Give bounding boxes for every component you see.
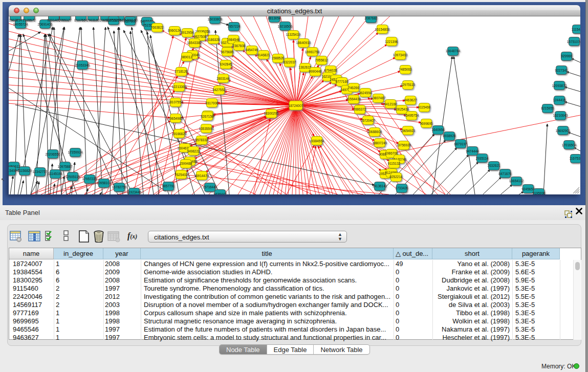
svg-text:3498222: 3498222 [187, 149, 200, 153]
svg-text:746266: 746266 [348, 86, 359, 90]
svg-text:11145194: 11145194 [48, 172, 62, 176]
svg-text:8938928: 8938928 [443, 134, 456, 138]
svg-text:1984546: 1984546 [227, 38, 240, 41]
svg-text:8322037: 8322037 [283, 60, 296, 64]
svg-text:16648784: 16648784 [446, 49, 461, 53]
svg-text:16543382: 16543382 [187, 41, 202, 45]
svg-text:20206556: 20206556 [46, 152, 60, 156]
svg-text:2718126: 2718126 [175, 70, 188, 73]
svg-text:1221396: 1221396 [385, 40, 398, 43]
svg-text:10807487: 10807487 [371, 96, 386, 100]
svg-text:6794028: 6794028 [324, 69, 337, 72]
svg-text:12975115: 12975115 [401, 83, 416, 86]
svg-text:18640910: 18640910 [296, 41, 311, 45]
svg-text:20691406: 20691406 [38, 23, 53, 26]
svg-text:6466160: 6466160 [124, 18, 138, 22]
svg-text:16782759: 16782759 [112, 185, 127, 189]
svg-text:7663822: 7663822 [150, 26, 164, 29]
svg-text:17957225: 17957225 [82, 177, 97, 181]
svg-text:1640954: 1640954 [431, 128, 445, 132]
svg-text:9412160: 9412160 [384, 102, 397, 106]
svg-text:7955812: 7955812 [315, 58, 328, 62]
svg-text:8813054: 8813054 [268, 16, 281, 20]
svg-text:989012: 989012 [181, 55, 192, 59]
svg-text:1527602: 1527602 [112, 18, 125, 22]
svg-text:9146821: 9146821 [257, 53, 270, 57]
svg-text:16033809: 16033809 [208, 17, 223, 21]
svg-text:3675685: 3675685 [221, 50, 234, 54]
svg-text:13535594: 13535594 [199, 127, 214, 130]
svg-text:9436447: 9436447 [213, 192, 227, 194]
svg-text:1065327: 1065327 [99, 18, 113, 22]
svg-text:7632621: 7632621 [487, 164, 500, 167]
svg-text:2367608: 2367608 [232, 44, 246, 48]
svg-text:18807249: 18807249 [373, 141, 387, 145]
svg-text:12505115: 12505115 [66, 175, 80, 179]
svg-text:16154808: 16154808 [375, 28, 390, 31]
svg-text:10688609: 10688609 [367, 130, 382, 134]
svg-text:19756928: 19756928 [397, 143, 411, 147]
svg-text:1244415: 1244415 [553, 98, 566, 102]
svg-text:15716441: 15716441 [203, 185, 217, 189]
svg-text:8960124: 8960124 [168, 29, 181, 32]
svg-text:8471676: 8471676 [498, 172, 512, 176]
svg-text:8107554: 8107554 [74, 18, 88, 22]
svg-text:8454749: 8454749 [245, 48, 258, 52]
svg-text:18300295: 18300295 [264, 112, 279, 115]
svg-text:12213369: 12213369 [172, 85, 187, 89]
svg-text:3915400: 3915400 [9, 169, 17, 172]
svg-text:19384554: 19384554 [310, 139, 324, 143]
svg-text:16914479: 16914479 [194, 174, 209, 178]
svg-text:17016504: 17016504 [562, 143, 577, 147]
svg-text:9990448: 9990448 [309, 70, 322, 73]
svg-text:21053346: 21053346 [75, 63, 90, 67]
svg-text:9699695: 9699695 [420, 122, 433, 125]
svg-text:8912954: 8912954 [181, 31, 194, 34]
svg-text:15720407: 15720407 [361, 119, 376, 122]
svg-text:9777169: 9777169 [335, 80, 349, 83]
svg-text:14136141: 14136141 [373, 184, 387, 188]
svg-text:1903814: 1903814 [9, 18, 22, 22]
svg-text:3624554: 3624554 [359, 91, 372, 95]
svg-text:9474444: 9474444 [466, 149, 479, 153]
svg-text:10973493: 10973493 [393, 53, 408, 57]
svg-text:9252214: 9252214 [389, 175, 403, 179]
svg-text:9857791: 9857791 [162, 184, 175, 188]
svg-text:10958107: 10958107 [97, 181, 112, 185]
svg-text:9427552: 9427552 [212, 88, 226, 92]
svg-text:18107554: 18107554 [168, 100, 183, 104]
svg-text:17359924: 17359924 [68, 150, 83, 154]
svg-text:2803144: 2803144 [216, 77, 230, 80]
svg-text:9227341: 9227341 [555, 69, 568, 72]
svg-text:11923446: 11923446 [127, 190, 142, 194]
svg-text:1986700: 1986700 [385, 151, 398, 155]
svg-text:8186328: 8186328 [207, 38, 220, 41]
svg-text:1903160: 1903160 [86, 18, 100, 22]
svg-text:1599488: 1599488 [179, 162, 192, 165]
svg-text:8578332: 8578332 [195, 138, 208, 142]
svg-text:9115460: 9115460 [418, 105, 431, 109]
svg-text:12342757: 12342757 [33, 170, 48, 173]
svg-text:9317006: 9317006 [205, 101, 219, 105]
svg-text:15495754: 15495754 [404, 114, 419, 117]
svg-text:1167533: 1167533 [570, 157, 580, 160]
svg-text:16210643: 16210643 [553, 114, 568, 117]
svg-text:15751074: 15751074 [567, 40, 580, 43]
svg-text:19654985: 19654985 [168, 117, 183, 120]
svg-text:1588520: 1588520 [271, 56, 285, 60]
svg-text:19218506: 19218506 [278, 25, 293, 28]
svg-text:1362615: 1362615 [298, 65, 312, 69]
svg-text:21564436: 21564436 [346, 97, 361, 101]
svg-text:2087682: 2087682 [364, 16, 378, 20]
svg-text:10654112: 10654112 [509, 179, 524, 183]
svg-text:9195998: 9195998 [532, 191, 546, 194]
svg-text:1055327: 1055327 [58, 18, 72, 22]
svg-text:6879197: 6879197 [454, 142, 467, 146]
svg-text:19654923: 19654923 [401, 129, 416, 133]
svg-text:16961758: 16961758 [305, 50, 320, 54]
svg-text:12093872: 12093872 [552, 84, 567, 87]
svg-text:9463627: 9463627 [404, 98, 417, 102]
svg-text:7886372: 7886372 [353, 107, 366, 111]
svg-text:11156829: 11156829 [17, 169, 32, 172]
svg-text:19166829: 19166829 [172, 132, 187, 136]
